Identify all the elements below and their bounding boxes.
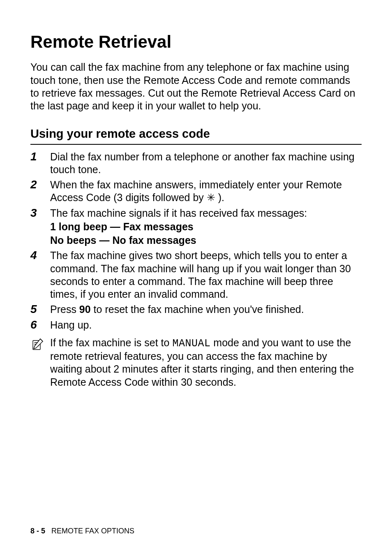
step-3-sub2: No beeps — No fax messages xyxy=(50,234,362,247)
step-text: Press 90 to reset the fax machine when y… xyxy=(50,303,362,316)
section-rule xyxy=(30,144,362,145)
step-text: The fax machine signals if it has receiv… xyxy=(50,207,362,247)
step-4: 4 The fax machine gives two short beeps,… xyxy=(30,249,362,301)
section-heading: Using your remote access code xyxy=(30,126,362,141)
step-number: 4 xyxy=(30,249,50,262)
step-5-pre: Press xyxy=(50,303,79,315)
step-number: 2 xyxy=(30,178,50,191)
note-block: If the fax machine is set to MANUAL mode… xyxy=(30,336,362,389)
step-number: 1 xyxy=(30,151,50,163)
step-number: 6 xyxy=(30,319,50,331)
step-3-text: The fax machine signals if it has receiv… xyxy=(50,207,362,220)
step-number: 5 xyxy=(30,303,50,316)
page-footer: 8 - 5 REMOTE FAX OPTIONS xyxy=(30,527,134,535)
step-text: Dial the fax number from a telephone or … xyxy=(50,151,362,176)
step-3-sub1: 1 long beep — Fax messages xyxy=(50,220,362,233)
star-key-icon: ✳ xyxy=(207,192,215,203)
step-text: Hang up. xyxy=(50,319,362,331)
step-5-code: 90 xyxy=(79,303,91,315)
steps-list: 1 Dial the fax number from a telephone o… xyxy=(30,151,362,331)
step-text: The fax machine gives two short beeps, w… xyxy=(50,249,362,301)
step-1: 1 Dial the fax number from a telephone o… xyxy=(30,151,362,176)
step-text: When the fax machine answers, immediatel… xyxy=(50,178,362,204)
step-6: 6 Hang up. xyxy=(30,319,362,331)
note-pre: If the fax machine is set to xyxy=(50,337,172,348)
step-3: 3 The fax machine signals if it has rece… xyxy=(30,207,362,247)
step-2: 2 When the fax machine answers, immediat… xyxy=(30,178,362,204)
step-2-pre: When the fax machine answers, immediatel… xyxy=(50,179,342,203)
step-5-post: to reset the fax machine when you've fin… xyxy=(91,303,304,315)
note-mode: MANUAL xyxy=(172,338,210,350)
step-2-post: ). xyxy=(215,192,224,203)
intro-paragraph: You can call the fax machine from any te… xyxy=(30,61,362,112)
step-5: 5 Press 90 to reset the fax machine when… xyxy=(30,303,362,316)
step-number: 3 xyxy=(30,207,50,220)
footer-page-number: 8 - 5 xyxy=(30,527,45,535)
page-title: Remote Retrieval xyxy=(30,32,362,52)
document-page: Remote Retrieval You can call the fax ma… xyxy=(0,0,392,556)
note-text: If the fax machine is set to MANUAL mode… xyxy=(50,336,362,389)
footer-section: REMOTE FAX OPTIONS xyxy=(51,527,134,535)
note-icon xyxy=(30,336,50,353)
